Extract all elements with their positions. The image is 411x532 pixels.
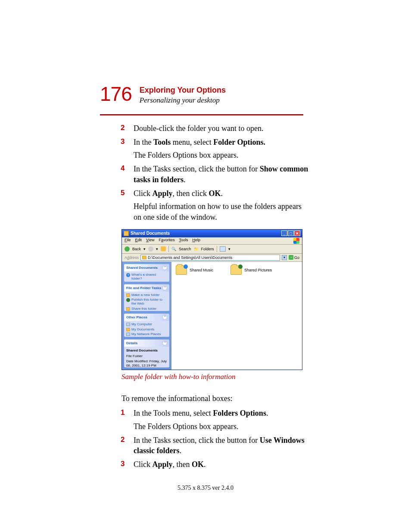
panel-shared-documents: Shared Documents ⌃ ?What's a shared fold… xyxy=(124,264,169,282)
network-icon xyxy=(126,333,130,336)
folder-label: Shared Music xyxy=(190,268,213,272)
page-header: 176 Exploring Your Options Personalizing… xyxy=(100,84,311,105)
link-label: Make a new folder xyxy=(131,293,159,297)
step-text: , then xyxy=(173,460,192,469)
menu-edit[interactable]: Edit xyxy=(135,238,142,244)
folder-icon xyxy=(230,265,242,275)
step-text: In the Tools menu, select xyxy=(134,409,213,417)
task-link[interactable]: My Network Places xyxy=(126,333,167,336)
link-label: Share this folder xyxy=(131,307,156,311)
step-text: menu, select xyxy=(171,138,213,146)
step-text: In the Tasks section, click the button f… xyxy=(134,165,260,173)
folder-item[interactable]: Shared Pictures xyxy=(230,265,272,275)
step-number: 2 xyxy=(121,123,134,133)
go-arrow-icon: → xyxy=(289,255,293,260)
step-bold: Tools xyxy=(153,138,171,146)
step-text: Double-click the folder you want to open… xyxy=(134,124,263,133)
link-label: My Documents xyxy=(131,328,154,332)
step-bold: Folders Options xyxy=(213,409,266,417)
detail-modified: Date Modified: Friday, July 06, 2001, 12… xyxy=(126,359,167,367)
step-subtext: The Folders Options box appears. xyxy=(134,150,311,160)
panel-file-folder-tasks: File and Folder Tasks ⌃ Make a new folde… xyxy=(124,284,169,311)
pictures-badge-icon xyxy=(238,264,243,269)
back-dropdown[interactable]: ▾ xyxy=(143,247,146,251)
collapse-icon[interactable]: ⌃ xyxy=(162,286,167,290)
detail-type: File Folder xyxy=(126,354,167,358)
address-path: D:\Documents and Settings\All Users\Docu… xyxy=(148,255,232,260)
back-label[interactable]: Back xyxy=(132,247,141,251)
panel-other-places: Other Places ⌃ My Computer My Documents … xyxy=(124,314,169,337)
step-text: . xyxy=(266,409,268,417)
documents-icon xyxy=(126,328,130,331)
forward-icon[interactable] xyxy=(148,246,153,252)
task-link[interactable]: Publish this folder to the Web xyxy=(126,298,167,306)
toolbar: Back ▾ ▾ Search Folders ▾ xyxy=(122,245,302,254)
step-text: In the Tasks section, click the button f… xyxy=(134,436,260,445)
collapse-icon[interactable]: ⌃ xyxy=(162,315,167,320)
header-divider xyxy=(100,114,303,115)
task-link[interactable]: ?What's a shared folder? xyxy=(126,273,167,281)
search-label[interactable]: Search xyxy=(179,247,191,251)
close-button[interactable]: ✕ xyxy=(294,230,300,236)
panel-heading: Shared Documents xyxy=(126,266,158,270)
step-body: In the Tools menu, select Folders Option… xyxy=(134,408,311,432)
collapse-icon[interactable]: ⌃ xyxy=(162,265,167,270)
step-4: 4 In the Tasks section, click the button… xyxy=(100,164,311,185)
publish-icon xyxy=(126,298,130,302)
new-folder-icon xyxy=(126,293,130,297)
link-label: What's a shared folder? xyxy=(131,273,167,281)
task-link[interactable]: My Computer xyxy=(126,323,167,327)
maximize-button[interactable]: □ xyxy=(288,230,294,236)
folder-item[interactable]: Shared Music xyxy=(176,265,213,275)
folder-icon xyxy=(176,265,187,275)
task-link[interactable]: Make a new folder xyxy=(126,293,167,297)
address-dropdown[interactable]: ▾ xyxy=(282,255,287,260)
expand-icon[interactable]: ⌃ xyxy=(162,341,167,345)
views-button[interactable] xyxy=(220,246,226,252)
step-bold: Folder Options. xyxy=(213,138,265,146)
step-b1: 1 In the Tools menu, select Folders Opti… xyxy=(100,408,311,432)
step-body: Double-click the folder you want to open… xyxy=(134,123,311,134)
views-dropdown[interactable]: ▾ xyxy=(228,247,230,251)
menu-file[interactable]: File xyxy=(125,238,131,244)
xp-titlebar: Shared Documents _ □ ✕ xyxy=(122,230,302,237)
go-label: Go xyxy=(294,255,299,260)
step-number: 4 xyxy=(121,164,134,174)
step-number: 1 xyxy=(121,408,134,418)
folder-icon xyxy=(124,231,129,236)
folders-icon[interactable] xyxy=(194,247,199,251)
xp-explorer-window: Shared Documents _ □ ✕ File Edit View Fa… xyxy=(121,229,302,370)
address-field[interactable]: D:\Documents and Settings\All Users\Docu… xyxy=(140,255,280,261)
forward-dropdown[interactable]: ▾ xyxy=(156,247,158,251)
toolbar-separator xyxy=(168,246,169,252)
task-link[interactable]: My Documents xyxy=(126,328,167,332)
menu-view[interactable]: View xyxy=(146,238,154,244)
panel-heading: Other Places xyxy=(126,315,147,319)
step-bold: Apply xyxy=(153,460,173,469)
menu-favorites[interactable]: Favorites xyxy=(159,238,174,244)
step-body: Click Apply, then OK. xyxy=(134,459,311,470)
step-body: In the Tasks section, click the button f… xyxy=(134,435,311,456)
folders-label[interactable]: Folders xyxy=(201,247,214,251)
step-subtext: Helpful information on how to use the fo… xyxy=(134,201,311,222)
step-b3: 3 Click Apply, then OK. xyxy=(100,459,311,470)
task-link[interactable]: Share this folder xyxy=(126,307,167,311)
step-text: . xyxy=(179,446,181,455)
step-text: , then click xyxy=(173,189,209,198)
up-icon[interactable] xyxy=(161,246,166,251)
window-title: Shared Documents xyxy=(131,231,281,236)
back-icon[interactable] xyxy=(125,246,130,252)
share-icon xyxy=(126,307,130,311)
folder-content-area: Shared Music Shared Pictures xyxy=(171,262,302,370)
search-icon[interactable] xyxy=(171,247,176,251)
menu-help[interactable]: Help xyxy=(192,238,200,244)
step-b2: 2 In the Tasks section, click the button… xyxy=(100,435,311,456)
go-button[interactable]: → Go xyxy=(289,255,299,260)
step-bold: OK xyxy=(192,460,204,469)
step-3: 3 In the Tools menu, select Folder Optio… xyxy=(100,137,311,161)
step-number: 2 xyxy=(121,435,134,445)
step-body: In the Tasks section, click the button f… xyxy=(134,164,311,185)
minimize-button[interactable]: _ xyxy=(281,230,287,236)
menu-tools[interactable]: Tools xyxy=(179,238,188,244)
step-subtext: The Folders Options box appears. xyxy=(134,421,311,432)
